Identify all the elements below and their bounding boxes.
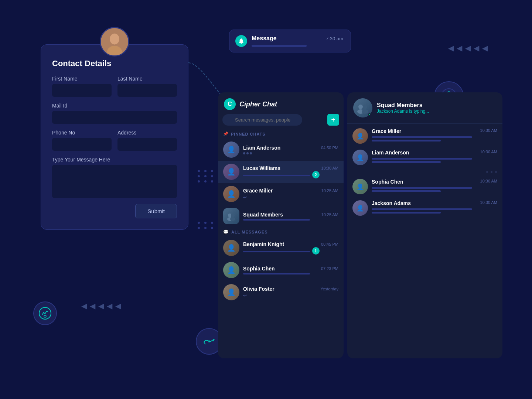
avatar-squad xyxy=(223,208,239,224)
rp-avatar-grace: 👤 xyxy=(352,128,368,144)
first-name-label: First Name xyxy=(52,76,112,82)
pinned-chat-list: 👤 Liam Anderson 04:50 PM 👤 Lucas William… xyxy=(218,139,344,358)
rp-time-liam: 10:30 AM xyxy=(480,150,497,156)
chat-logo-icon: C xyxy=(224,98,236,110)
message-textarea[interactable] xyxy=(52,165,177,198)
reply-icon-grace: ↩ xyxy=(243,195,247,200)
chat-bar-lucas xyxy=(243,175,310,176)
chat-header: C Cipher Chat xyxy=(218,92,344,114)
rp-name-jackson: Jackson Adams xyxy=(372,200,411,206)
chat-time-liam: 04:50 PM xyxy=(321,146,338,150)
address-label: Address xyxy=(117,130,177,136)
rp-bar-grace-2 xyxy=(372,140,441,141)
contact-card-title: Contact Details xyxy=(52,59,177,68)
rp-name-grace: Grace Miller xyxy=(372,128,401,134)
message-label: Type Your Message Here xyxy=(52,157,177,163)
rp-avatar-jackson: 👤 xyxy=(352,200,368,216)
chat-item-squad[interactable]: Squad Members 10:25 AM xyxy=(218,205,344,227)
rp-bar-sophia-1 xyxy=(372,187,472,189)
contact-avatar xyxy=(100,27,129,57)
chat-item-lucas[interactable]: 👤 Lucas Williams 10:30 AM 2 xyxy=(218,161,344,183)
rp-bar-jackson-1 xyxy=(372,208,472,210)
add-chat-button[interactable]: + xyxy=(327,114,339,126)
nav-arrows-top[interactable]: ◀◀◀◀◀ xyxy=(448,44,488,52)
chat-time-squad: 10:25 AM xyxy=(321,212,338,217)
avatar-sophia: 👤 xyxy=(223,262,239,278)
chat-search-row: ⌕ + xyxy=(218,114,344,129)
avatar-olivia: 👤 xyxy=(223,284,239,300)
mail-label: Mail Id xyxy=(52,103,177,109)
rp-bar-sophia-2 xyxy=(372,190,441,192)
rp-avatar-sophia: 👤 xyxy=(352,179,368,194)
chat-bar-sophia xyxy=(243,273,310,274)
chat-item-benjamin[interactable]: 👤 Benjamin Knight 08:45 PM 1 xyxy=(218,237,344,259)
svg-point-17 xyxy=(358,105,363,109)
notification-title: Message xyxy=(252,35,322,42)
chat-name-lucas: Lucas Williams xyxy=(243,165,280,171)
notification-time: 7:30 am xyxy=(326,36,343,41)
reply-icon-olivia: ↩ xyxy=(243,293,247,298)
bell-icon xyxy=(235,35,247,47)
rp-messages-list: 👤 Grace Miller 10:30 AM 👤 Liam Anderson … xyxy=(347,124,502,358)
chat-item-liam[interactable]: 👤 Liam Anderson 04:50 PM xyxy=(218,139,344,161)
svg-point-16 xyxy=(230,217,235,221)
chat-name-liam: Liam Anderson xyxy=(243,145,280,151)
rp-bar-jackson-2 xyxy=(372,212,441,214)
pinned-chats-label: 📌 PINNED CHATS xyxy=(218,129,344,139)
chat-item-olivia[interactable]: 👤 Olivia Foster Yesterday ↩ xyxy=(218,281,344,303)
chat-item-grace[interactable]: 👤 Grace Miller 10:25 AM ↩ xyxy=(218,183,344,205)
phone-input[interactable] xyxy=(52,138,112,151)
rp-name-liam: Liam Anderson xyxy=(372,150,409,156)
rp-bar-liam-2 xyxy=(372,161,441,163)
chat-name-squad: Squad Members xyxy=(243,212,283,218)
chat-name-sophia: Sophia Chen xyxy=(243,266,275,272)
submit-button[interactable]: Submit xyxy=(135,204,177,218)
last-name-input[interactable] xyxy=(117,84,177,97)
mail-input[interactable] xyxy=(52,111,177,124)
contact-details-card: Contact Details First Name Last Name Mai… xyxy=(41,44,188,230)
rp-item-grace: 👤 Grace Miller 10:30 AM xyxy=(352,128,497,144)
cipher-chat-panel: C Cipher Chat ⌕ + 📌 PINNED CHATS 👤 Liam … xyxy=(218,92,344,358)
online-indicator xyxy=(368,113,372,117)
chat-name-benjamin: Benjamin Knight xyxy=(243,241,284,247)
avatar-benjamin: 👤 xyxy=(223,240,239,256)
message-notification: Message 7:30 am xyxy=(229,30,351,52)
right-panel: Squad Members Jackson Adams is typing...… xyxy=(347,92,502,358)
phone-label: Phone No xyxy=(52,130,112,136)
rp-item-liam: 👤 Liam Anderson 10:30 AM xyxy=(352,150,497,165)
chat-time-olivia: Yesterday xyxy=(320,287,338,291)
rp-status: Jackson Adams is typing... xyxy=(377,109,497,114)
rp-time-grace: 10:30 AM xyxy=(480,128,497,134)
chat-time-sophia: 07:23 PM xyxy=(321,266,338,271)
chat-logo-text: Cipher Chat xyxy=(239,100,277,108)
svg-point-2 xyxy=(208,340,210,342)
rp-time-sophia: 10:30 AM xyxy=(480,179,497,185)
chat-bar-benjamin xyxy=(243,251,310,252)
rp-bar-liam-1 xyxy=(372,158,472,160)
nav-arrows-bottom[interactable]: ◀◀◀◀◀ xyxy=(81,301,121,310)
chat-search-input[interactable] xyxy=(222,114,302,126)
svg-point-14 xyxy=(231,214,235,217)
avatar-liam: 👤 xyxy=(223,141,239,158)
chat-name-olivia: Olivia Foster xyxy=(243,286,274,292)
rp-avatar-liam: 👤 xyxy=(352,150,368,165)
chat-item-sophia[interactable]: 👤 Sophia Chen 07:23 PM xyxy=(218,259,344,281)
float-icon-chart xyxy=(33,301,57,325)
rp-header-avatar xyxy=(353,98,372,117)
svg-point-18 xyxy=(363,105,367,109)
all-messages-label: 💬 ALL MESSAGES xyxy=(218,227,344,237)
chat-time-lucas: 10:30 AM xyxy=(321,166,338,170)
chat-name-grace: Grace Miller xyxy=(243,188,273,194)
rp-contact-name: Squad Members xyxy=(377,102,497,109)
rp-header: Squad Members Jackson Adams is typing... xyxy=(347,92,502,124)
address-input[interactable] xyxy=(117,138,177,151)
notification-bar xyxy=(252,45,307,47)
chat-time-benjamin: 08:45 PM xyxy=(321,242,338,246)
svg-point-20 xyxy=(362,109,368,114)
rp-bar-grace-1 xyxy=(372,136,472,138)
first-name-input[interactable] xyxy=(52,84,112,97)
badge-benjamin: 1 xyxy=(312,247,320,255)
rp-time-jackson: 10:30 AM xyxy=(480,200,497,206)
avatar-lucas: 👤 xyxy=(223,164,239,180)
typing-dots-liam xyxy=(243,152,338,154)
